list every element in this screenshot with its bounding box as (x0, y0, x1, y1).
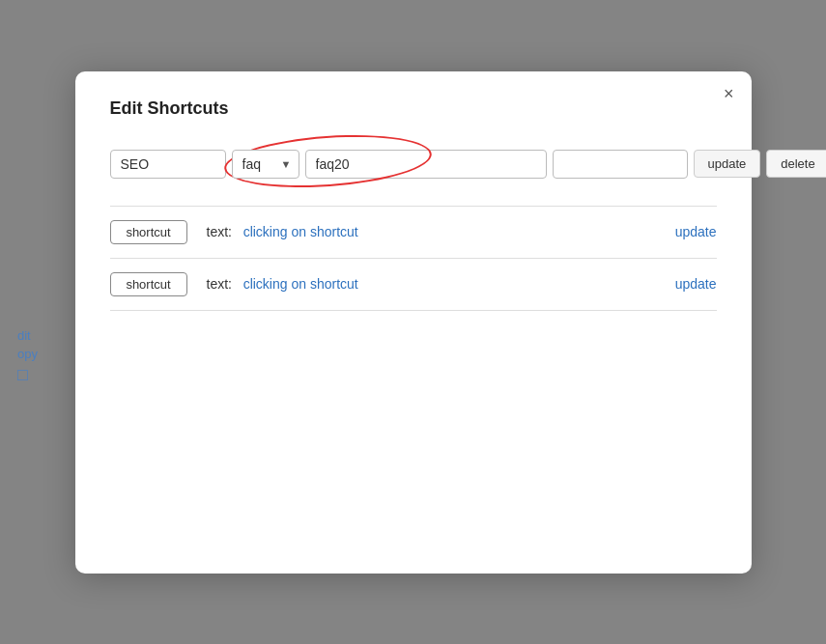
delete-button[interactable]: delete (766, 150, 826, 178)
shortcut-list: shortcut text: clicking on shortcut upda… (110, 206, 717, 311)
value-input[interactable] (305, 150, 547, 179)
table-row: shortcut text: clicking on shortcut upda… (110, 259, 717, 311)
shortcut-text-1: text: clicking on shortcut (207, 224, 656, 239)
shortcut-text-value-1: clicking on shortcut (243, 224, 358, 239)
bg-link-copy[interactable]: opy (17, 347, 38, 361)
highlight-wrapper: faq text url ▼ (232, 150, 547, 179)
shortcut-tag-2[interactable]: shortcut (110, 272, 187, 296)
update-button[interactable]: update (694, 150, 761, 178)
shortcut-text-label-1: text: (207, 224, 232, 239)
type-select[interactable]: faq text url (232, 150, 299, 179)
type-select-wrapper: faq text url ▼ (232, 150, 299, 179)
table-row: shortcut text: clicking on shortcut upda… (110, 207, 717, 259)
shortcut-text-label-2: text: (207, 276, 232, 292)
shortcut-text-value-2: clicking on shortcut (243, 276, 358, 292)
bg-link-edit[interactable]: dit (17, 328, 38, 343)
close-button[interactable]: × (724, 85, 734, 102)
shortcut-update-link-2[interactable]: update (675, 276, 717, 292)
bg-icon: □ (17, 365, 38, 385)
shortcut-text-2: text: clicking on shortcut (207, 276, 656, 292)
modal-title: Edit Shortcuts (110, 98, 717, 119)
shortcut-tag-1[interactable]: shortcut (110, 220, 187, 244)
name-input[interactable] (110, 150, 226, 179)
edit-form-row: faq text url ▼ update delete (110, 150, 717, 179)
edit-shortcuts-modal: × Edit Shortcuts faq text url ▼ update d… (75, 71, 752, 574)
shortcut-update-link-1[interactable]: update (675, 224, 717, 239)
extra-input[interactable] (553, 150, 688, 179)
background-links: dit opy □ (17, 328, 38, 385)
